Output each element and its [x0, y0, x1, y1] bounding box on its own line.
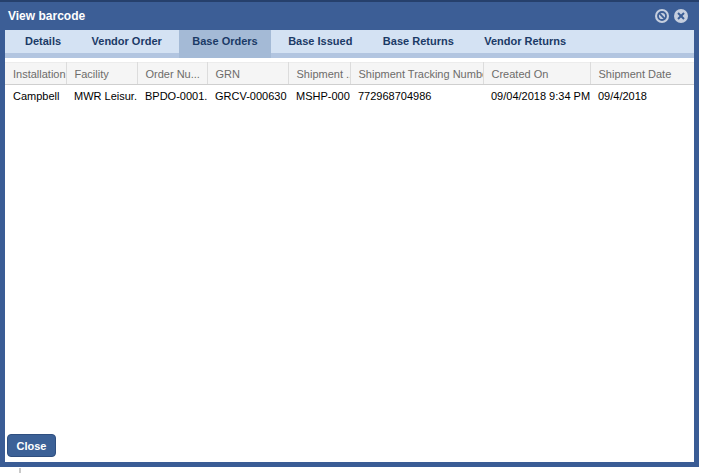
dialog-titlebar: View barcode: [0, 0, 699, 30]
close-button[interactable]: Close: [7, 434, 56, 457]
base-orders-table: Installation Facility Order Nu... GRN Sh…: [5, 62, 694, 108]
cell-shipment-tracking-number: 772968704986: [350, 85, 483, 108]
tab-vendor-returns[interactable]: Vendor Returns: [471, 30, 579, 53]
cell-created-on: 09/04/2018 9:34 PM: [483, 85, 590, 108]
view-barcode-dialog: View barcode Details Vendor Order Base O…: [0, 0, 699, 467]
tab-bar-strip: [5, 53, 694, 58]
col-shipment[interactable]: Shipment ...: [288, 63, 350, 85]
table-row[interactable]: Campbell MWR Leisur... BPDO-0001... GRCV…: [5, 85, 694, 108]
cell-shipment: MSHP-0006...: [288, 85, 350, 108]
col-order-number[interactable]: Order Nu...: [137, 63, 207, 85]
cell-installation: Campbell: [5, 85, 66, 108]
tab-base-returns[interactable]: Base Returns: [370, 30, 467, 53]
tab-base-issued[interactable]: Base Issued: [275, 30, 365, 53]
tab-vendor-order[interactable]: Vendor Order: [79, 30, 175, 53]
col-grn[interactable]: GRN: [207, 63, 288, 85]
table-header-row: Installation Facility Order Nu... GRN Sh…: [5, 63, 694, 85]
cell-shipment-date: 09/4/2018: [590, 85, 694, 108]
cell-facility: MWR Leisur...: [66, 85, 137, 108]
disable-icon[interactable]: [654, 8, 670, 24]
background-page-edge: [19, 468, 21, 473]
col-shipment-tracking-number[interactable]: Shipment Tracking Number: [350, 63, 483, 85]
cell-order-number: BPDO-0001...: [137, 85, 207, 108]
dialog-body: Details Vendor Order Base Orders Base Is…: [0, 30, 699, 467]
titlebar-icons: [654, 8, 689, 24]
col-installation[interactable]: Installation: [5, 63, 66, 85]
tab-details[interactable]: Details: [12, 30, 74, 53]
dialog-title: View barcode: [8, 9, 654, 23]
cell-grn: GRCV-000630: [207, 85, 288, 108]
col-facility[interactable]: Facility: [66, 63, 137, 85]
close-icon[interactable]: [673, 8, 689, 24]
col-shipment-date[interactable]: Shipment Date: [590, 63, 694, 85]
tab-bar: Details Vendor Order Base Orders Base Is…: [5, 30, 694, 58]
tab-base-orders[interactable]: Base Orders: [179, 30, 270, 58]
col-created-on[interactable]: Created On: [483, 63, 590, 85]
